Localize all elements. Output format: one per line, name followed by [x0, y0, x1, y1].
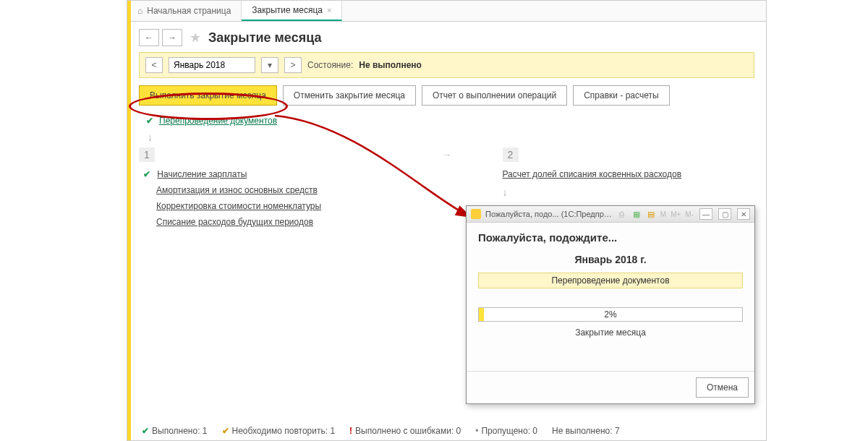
dot-icon: •	[475, 426, 478, 436]
favorite-icon[interactable]: ★	[190, 30, 201, 46]
refs-button[interactable]: Справки - расчеты	[573, 85, 669, 106]
check-icon: ✔	[146, 116, 153, 126]
minimize-button[interactable]: —	[699, 208, 712, 220]
op-salary[interactable]: Начисление зарплаты	[157, 169, 247, 179]
col2-item-0: Расчет долей списания косвенных расходов	[503, 166, 755, 182]
report-button[interactable]: Отчет о выполнении операций	[422, 85, 567, 106]
maximize-button[interactable]: ▢	[718, 208, 731, 220]
col1-item-0: ✔ Начисление зарплаты	[139, 166, 391, 182]
tab-active[interactable]: Закрытие месяца ×	[242, 1, 342, 21]
status-label: Состояние:	[307, 60, 353, 70]
down-arrow-icon: ↓	[503, 187, 755, 198]
calc-icon[interactable]: ▤	[646, 209, 656, 219]
period-picker-button[interactable]: ▾	[261, 57, 278, 73]
mem-mminus[interactable]: M-	[685, 210, 694, 218]
title-row: ← → ★ Закрытие месяца	[139, 29, 754, 46]
stat-skipped: •Пропущено: 0	[475, 426, 537, 436]
run-close-button[interactable]: Выполнить закрытие месяца	[139, 85, 277, 106]
tab-active-label: Закрытие месяца	[252, 5, 323, 15]
dialog-titlebar[interactable]: Пожалуйста, подо... (1С:Предприятие) ⎙ ▦…	[467, 206, 754, 223]
warn-icon: ✔	[222, 426, 229, 436]
down-arrow-icon: ↓	[148, 132, 754, 143]
footer-stats: ✔Выполнено: 1 ✔Необходимо повторить: 1 !…	[142, 426, 752, 436]
forward-button[interactable]: →	[162, 29, 182, 46]
next-period-button[interactable]: >	[284, 57, 302, 73]
op-top-row: ✔ Перепроведение документов	[139, 114, 754, 127]
op-amort[interactable]: Амортизация и износ основных средств	[156, 185, 318, 195]
op-repost-docs[interactable]: Перепроведение документов	[159, 116, 277, 126]
home-icon: ⌂	[137, 6, 142, 16]
check-icon: ✔	[143, 169, 150, 179]
op-future[interactable]: Списание расходов будущих периодов	[156, 217, 313, 227]
prev-period-button[interactable]: <	[145, 57, 163, 73]
col2-number: 2	[503, 147, 519, 162]
tab-home[interactable]: ⌂ Начальная страница	[127, 1, 242, 21]
col1-item-1: Амортизация и износ основных средств	[139, 182, 391, 198]
error-icon: !	[349, 426, 352, 436]
col1-number: 1	[139, 147, 155, 162]
dialog-cancel-button[interactable]: Отмена	[696, 377, 749, 398]
dialog-window-title: Пожалуйста, подо... (1С:Предприятие)	[485, 210, 613, 218]
action-row: Выполнить закрытие месяца Отменить закры…	[139, 85, 754, 106]
dialog-subtitle: Закрытие месяца	[478, 327, 743, 338]
close-icon[interactable]: ×	[327, 6, 331, 14]
mem-mplus[interactable]: M+	[671, 210, 681, 218]
status-value: Не выполнено	[359, 60, 422, 70]
progress-bar: 2%	[478, 307, 743, 322]
close-button[interactable]: ✕	[737, 208, 750, 220]
tab-home-label: Начальная страница	[147, 6, 231, 16]
dialog-heading: Пожалуйста, подождите...	[478, 231, 743, 244]
sidebar-accent	[127, 1, 131, 440]
print-icon[interactable]: ⎙	[617, 209, 627, 219]
period-input[interactable]	[169, 57, 255, 73]
grid-icon[interactable]: ▦	[631, 209, 642, 219]
op-indirect[interactable]: Расчет долей списания косвенных расходов	[503, 169, 682, 179]
dialog-footer: Отмена	[467, 371, 754, 403]
back-button[interactable]: ←	[139, 29, 159, 46]
nav-buttons: ← →	[139, 29, 182, 46]
stat-notdone: Не выполнено: 7	[552, 426, 620, 436]
app-logo-icon	[471, 209, 481, 219]
stat-errors: !Выполнено с ошибками: 0	[349, 426, 461, 436]
col1-item-2: Корректировка стоимости номенклатуры	[139, 198, 391, 214]
dialog-body: Пожалуйста, подождите... Январь 2018 г. …	[467, 223, 754, 371]
column-1: 1 ✔ Начисление зарплаты Амортизация и из…	[139, 147, 391, 348]
right-arrow-icon: →	[442, 149, 452, 160]
mem-m[interactable]: M	[660, 210, 666, 218]
wait-dialog: Пожалуйста, подо... (1С:Предприятие) ⎙ ▦…	[466, 205, 755, 404]
stat-done: ✔Выполнено: 1	[142, 426, 208, 436]
dialog-month: Январь 2018 г.	[478, 254, 743, 265]
cancel-close-button[interactable]: Отменить закрытие месяца	[283, 85, 416, 106]
check-icon: ✔	[142, 426, 149, 436]
col1-item-3: Списание расходов будущих периодов	[139, 214, 391, 230]
progress-text: 2%	[479, 308, 742, 321]
tab-bar: ⌂ Начальная страница Закрытие месяца ×	[127, 1, 766, 22]
dialog-task: Перепроведение документов	[478, 273, 743, 288]
stat-repeat: ✔Необходимо повторить: 1	[222, 426, 336, 436]
op-cost[interactable]: Корректировка стоимости номенклатуры	[156, 201, 321, 211]
status-bar: < ▾ > Состояние: Не выполнено	[139, 52, 754, 78]
page-title: Закрытие месяца	[208, 30, 321, 46]
